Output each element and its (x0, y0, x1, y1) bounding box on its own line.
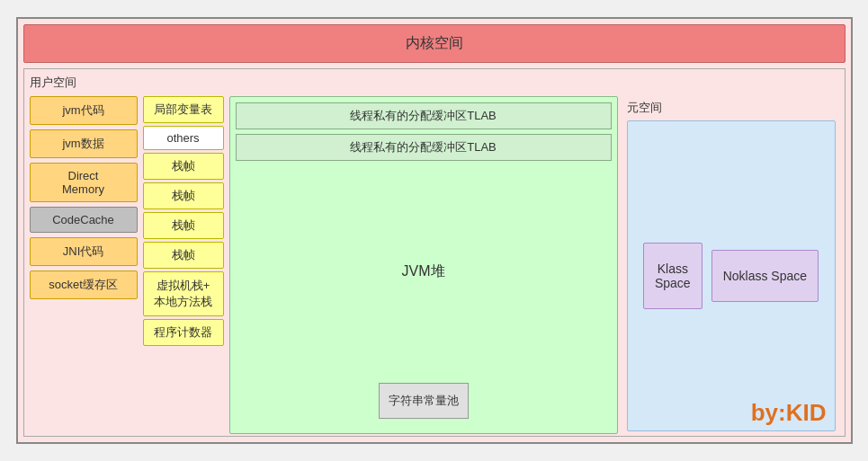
frame4-box: 栈帧 (143, 242, 224, 269)
user-area: 用户空间 jvm代码 jvm数据 Direct Memory CodeCache… (23, 68, 846, 437)
tlab1-box: 线程私有的分配缓冲区TLAB (236, 102, 612, 129)
klass-label: Klass Space (655, 262, 691, 290)
meta-label: 元空间 (627, 100, 836, 116)
vm-local-label: 虚拟机栈+ 本地方法栈 (154, 278, 212, 310)
jni-code-box: JNI代码 (30, 237, 138, 266)
heap-area: 线程私有的分配缓冲区TLAB 线程私有的分配缓冲区TLAB JVM堆 字符串常量… (229, 96, 618, 434)
code-cache-box: CodeCache (30, 207, 138, 233)
meta-area: 元空间 Klass Space Noklass Space (623, 96, 839, 434)
heap-label-text: JVM堆 (402, 262, 445, 281)
klass-box: Klass Space (643, 243, 702, 309)
noklass-box: Noklass Space (711, 250, 819, 302)
local-vars-box: 局部变量表 (143, 96, 224, 123)
jvm-code-box: jvm代码 (30, 96, 138, 125)
jvm-data-box: jvm数据 (30, 129, 138, 158)
socket-buffer-box: socket缓存区 (30, 270, 138, 299)
others-box: others (143, 126, 224, 150)
user-label: 用户空间 (30, 75, 839, 91)
stack-column: 局部变量表 others 栈帧 栈帧 栈帧 栈帧 虚拟机栈+ 本地方法栈 程序计… (143, 96, 224, 434)
direct-memory-box: Direct Memory (30, 163, 138, 202)
kernel-space: 内核空间 (23, 24, 846, 63)
kernel-label: 内核空间 (406, 35, 463, 50)
frame3-box: 栈帧 (143, 212, 224, 239)
pc-box: 程序计数器 (143, 319, 224, 346)
string-pool-box: 字符串常量池 (379, 383, 469, 419)
heap-label: JVM堆 (236, 165, 612, 378)
tlab2-box: 线程私有的分配缓冲区TLAB (236, 134, 612, 161)
outer-container: 内核空间 用户空间 jvm代码 jvm数据 Direct Memory Code… (16, 17, 853, 444)
left-column: jvm代码 jvm数据 Direct Memory CodeCache JNI代… (30, 96, 138, 434)
frame1-box: 栈帧 (143, 153, 224, 180)
meta-inner: Klass Space Noklass Space (627, 120, 836, 431)
watermark: by:KID (751, 399, 827, 427)
vm-local-box: 虚拟机栈+ 本地方法栈 (143, 271, 224, 316)
frame2-box: 栈帧 (143, 182, 224, 209)
user-content: jvm代码 jvm数据 Direct Memory CodeCache JNI代… (30, 96, 839, 434)
direct-memory-label: Direct Memory (62, 169, 104, 196)
